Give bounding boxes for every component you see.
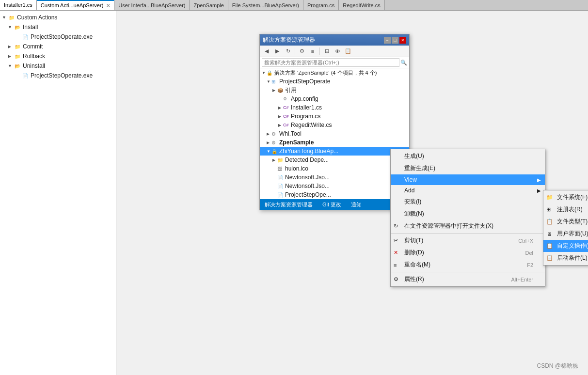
cm-open-folder-label: 在文件资源管理器中打开文件夹(X) [404,222,493,230]
sm-userinterface[interactable]: 🖥 用户界面(U) [543,228,588,240]
tab-custom-actions[interactable]: Custom Acti...ueApServer) ✕ [37,0,115,10]
tree-root-label: Custom Actions [17,14,57,21]
cm-install[interactable]: 安装(I) [391,196,545,208]
cm-open-folder[interactable]: ↻ 在文件资源管理器中打开文件夹(X) [391,220,545,232]
tree-install-file[interactable]: 📄 ProjectStepOperate.exe [0,32,116,42]
tab-user-interface[interactable]: User Interfa...BlueApServer) [114,0,190,10]
cm-view-label: View [404,176,417,183]
se-huion[interactable]: 🖼 huion.ico [260,164,409,173]
cm-delete[interactable]: ✕ 删除(D) Del [391,247,545,259]
sm-filesystem[interactable]: 📁 文件系统(F) [543,191,588,203]
zpen-label: ZpenSample [279,139,314,146]
tree-uninstall[interactable]: ▼ 📂 Uninstall [0,61,116,71]
tab-close-icon[interactable]: ✕ [106,3,110,8]
zpen-arrow: ▶ [267,141,271,145]
cm-build[interactable]: 生成(U) [391,150,545,162]
cm-add-arrow: ▶ [537,188,541,193]
installer1-label: Installer1.cs [291,104,322,111]
tree-install-label: Install [23,24,38,31]
cm-rename[interactable]: ≡ 重命名(M) F2 [391,259,545,271]
zhiyuan-icon: 🔒 [271,149,278,154]
tree-uninstall-file-label: ProjectStepOperate.exe [31,72,93,79]
sm-launchcondition[interactable]: 📋 启动条件(L) [543,252,588,264]
search-icon: 🔍 [400,60,407,66]
tab-file-system[interactable]: File System...BlueApServer) [228,0,303,10]
se-regedit[interactable]: ▶ C# RegeditWrite.cs [260,121,409,129]
se-statusbar: 解决方案资源管理器 Git 更改 通知 [260,199,409,210]
se-forward-btn[interactable]: ▶ [272,47,282,56]
cm-cut[interactable]: ✂ 剪切(T) Ctrl+X [391,234,545,247]
cm-open-folder-icon: ↻ [394,223,398,229]
tab-installer-label: Installer1.cs [4,2,32,8]
se-programcs[interactable]: ▶ C# Program.cs [260,112,409,121]
toolbar-separator [295,47,295,55]
se-minimize-btn[interactable]: − [384,37,391,44]
se-zhiyuan[interactable]: ▼ 🔒 ZhiYuanTong.BlueAp... [260,147,409,156]
se-project-step[interactable]: ▼ ⊞ ProjectStepOperate [260,77,409,86]
se-settings-btn[interactable]: ⚙ [297,47,307,56]
se-detected[interactable]: ▶ 📁 Detected Depe... [260,156,409,164]
se-whl-tool[interactable]: ▶ ⚙ Whl.Tool [260,129,409,138]
cm-properties[interactable]: ⚙ 属性(R) Alt+Enter [391,273,545,285]
whl-arrow: ▶ [267,132,271,136]
cm-properties-label: 属性(R) [404,275,424,283]
tree-uninstall-file[interactable]: 📄 ProjectStepOperate.exe [0,71,116,80]
tab-installer[interactable]: Installer1.cs [0,0,37,10]
newton1-icon: 📄 [277,175,284,180]
tab-regedit-label: RegeditWrite.cs [343,2,380,8]
cm-rebuild[interactable]: 重新生成(E) [391,162,545,174]
sm-customaction[interactable]: 📋 自定义操作(C) [543,240,588,252]
cm-add[interactable]: Add ▶ [391,185,545,196]
cm-add-label: Add [404,187,414,194]
cm-cut-shortcut: Ctrl+X [518,238,533,244]
se-refresh-btn[interactable]: ↻ [283,47,293,56]
uninstall-file-icon: 📄 [21,72,29,79]
se-show-all-btn[interactable]: 👁 [333,47,342,56]
se-maximize-btn[interactable]: □ [392,37,398,44]
sm-filetype[interactable]: 📋 文件类型(T) [543,216,588,228]
se-zpen-sample[interactable]: ▶ ⚙ ZpenSample [260,138,409,147]
cm-uninstall[interactable]: 卸载(N) [391,208,545,220]
install-folder-icon: 📂 [14,23,21,31]
huion-icon: 🖼 [277,166,284,172]
cm-cut-label: 剪切(T) [404,236,423,245]
se-props-btn[interactable]: 📋 [343,47,353,56]
installer1-icon: C# [283,105,290,110]
se-newton1[interactable]: 📄 Newtonsoft.Jso... [260,173,409,182]
se-status-git[interactable]: Git 更改 [318,199,346,210]
tree-install[interactable]: ▼ 📂 Install [0,22,116,32]
sm-customaction-label: 自定义操作(C) [557,242,588,250]
tree-rollback[interactable]: ▶ 📁 Rollback [0,51,116,61]
tree-commit[interactable]: ▶ 📁 Commit [0,42,116,51]
se-status-notify[interactable]: 通知 [346,199,366,210]
main-area: ▼ 📁 Custom Actions ▼ 📂 Install 📄 Project… [0,11,588,375]
ref-label: 引用 [285,86,297,94]
programcs-label: Program.cs [291,113,320,120]
sm-filetype-icon: 📋 [546,219,553,225]
sm-userinterface-icon: 🖥 [546,231,552,237]
se-solution-root[interactable]: ▼ 🔒 解决方案 'ZpenSample' (4 个项目，共 4 个) [260,68,409,77]
sm-filetype-label: 文件类型(T) [557,218,588,226]
detected-label: Detected Depe... [285,156,329,163]
project-step-icon: ⊞ [271,79,278,84]
se-close-btn[interactable]: ✕ [399,37,406,44]
sm-registry[interactable]: ⊞ 注册表(R) [543,203,588,216]
se-status-solution[interactable]: 解决方案资源管理器 [260,199,318,210]
se-search-input[interactable] [262,58,399,67]
se-appconfig[interactable]: ⚙ App.config [260,94,409,103]
left-panel: ▼ 📁 Custom Actions ▼ 📂 Install 📄 Project… [0,11,116,375]
detected-arrow: ▶ [272,158,277,162]
tab-zpen-sample[interactable]: ZpenSample [190,0,228,10]
se-filter-btn[interactable]: ≡ [308,47,318,56]
se-pso1[interactable]: 📄 ProjectStepOpe... [260,190,409,199]
se-collapse-btn[interactable]: ⊟ [322,47,332,56]
se-installer1[interactable]: ▶ C# Installer1.cs [260,103,409,112]
se-newton2[interactable]: 📄 Newtonsoft.Jso... [260,182,409,190]
sm-registry-label: 注册表(R) [557,205,583,214]
cm-view[interactable]: View ▶ [391,174,545,185]
tree-root[interactable]: ▼ 📁 Custom Actions [0,13,116,22]
tab-regedit[interactable]: RegeditWrite.cs [339,0,384,10]
tab-program[interactable]: Program.cs [303,0,339,10]
se-back-btn[interactable]: ◀ [262,47,271,56]
se-ref[interactable]: ▶ 📦 引用 [260,86,409,94]
